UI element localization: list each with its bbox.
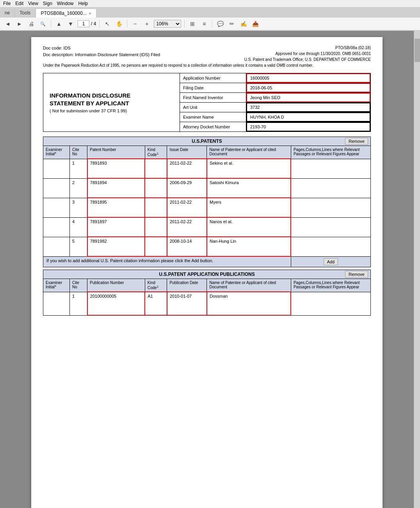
tab-bar: ne Tools PTOSB08a_160000... × <box>0 7 420 18</box>
cite-no-2: 2 <box>70 178 87 198</box>
pub-kind-1: A1 <box>145 292 167 315</box>
filing-date-label: Filing Date <box>180 83 246 92</box>
zoom-out-button[interactable]: − <box>130 19 140 28</box>
examiner-value: HUYNH, KHOA D <box>246 112 370 122</box>
field-row-filing-date: Filing Date 2018-06-05 <box>180 83 370 93</box>
pages-2 <box>291 178 370 198</box>
prev-page-button[interactable]: ▲ <box>54 19 64 28</box>
kind-code-2 <box>145 178 167 198</box>
examiner-label: Examiner Name <box>180 112 246 122</box>
next-page-button[interactable]: ▼ <box>66 19 75 28</box>
menu-sign[interactable]: Sign <box>43 1 52 6</box>
tab-active[interactable]: PTOSB08a_160000... × <box>36 9 96 18</box>
pub-num-1: 20100000005 <box>87 292 145 315</box>
issue-date-2: 2006-09-29 <box>167 178 207 198</box>
separator-5 <box>212 20 212 28</box>
us-patents-header-row: U.S.PATENTS Remove <box>43 137 371 146</box>
patent-num-3: 7891895 <box>87 198 145 217</box>
table-row: 3 7891895 2011-02-22 Myers <box>43 198 371 217</box>
kind-code-3 <box>145 198 167 217</box>
separator-1 <box>51 20 51 28</box>
us-pub-header-row: U.S.PATENT APPLICATION PUBLICATIONS Remo… <box>43 270 371 279</box>
zoom-out-small-button[interactable]: 🔍 <box>38 19 48 28</box>
examiner-initial-2 <box>43 178 70 198</box>
patentee-name-2: Satoshi Kimura <box>207 178 291 198</box>
cite-no-1: 1 <box>70 159 87 178</box>
kind-code-5 <box>145 237 167 256</box>
us-patents-remove-button[interactable]: Remove <box>345 138 368 145</box>
page-input[interactable] <box>78 20 89 27</box>
menu-edit[interactable]: Edit <box>15 1 23 6</box>
issue-date-1: 2011-02-22 <box>167 159 207 178</box>
kind-code-4 <box>145 217 167 237</box>
menu-view[interactable]: View <box>28 1 38 6</box>
art-unit-value: 3732 <box>246 103 370 112</box>
fit-button[interactable]: ⊞ <box>188 19 197 28</box>
page-separator: / 4 <box>91 21 96 27</box>
scroll-button[interactable]: ≡ <box>199 19 209 28</box>
pub-date-1: 2010-01-07 <box>167 292 207 315</box>
share-button[interactable]: 📤 <box>251 19 260 28</box>
tab-tools[interactable]: Tools <box>15 9 36 18</box>
issue-date-3: 2011-02-22 <box>167 198 207 217</box>
dept-text: U.S. Patent and Trademark Office; U.S. D… <box>244 57 371 62</box>
patentee-name-4: Nanos et al. <box>207 217 291 237</box>
pub-col-header-publication: Publication Number <box>87 279 145 292</box>
scrollbar[interactable] <box>414 31 420 508</box>
tab-active-label: PTOSB08a_160000... <box>41 11 86 16</box>
pub-col-header-name: Name of Patentee or Applicant of cited D… <box>207 279 291 292</box>
menu-bar: File Edit View Sign Window Help <box>0 0 420 7</box>
us-pub-remove-button[interactable]: Remove <box>345 271 368 278</box>
menu-file[interactable]: File <box>3 1 11 6</box>
col-header-name: Name of Patentee or Applicant of cited D… <box>207 146 291 159</box>
pages-4 <box>291 217 370 237</box>
examiner-initial-1 <box>43 159 70 178</box>
comment-button[interactable]: 💬 <box>215 19 225 28</box>
print-button[interactable]: 🖨 <box>27 19 36 28</box>
docket-value: 2193-70 <box>246 122 370 131</box>
sign-button[interactable]: ✍ <box>239 19 248 28</box>
pub-col-header-pages: Pages,Columns,Lines where Relevant Passa… <box>291 279 370 292</box>
kind-code-1 <box>145 159 167 178</box>
zoom-select[interactable]: 106% 100% 75% 50% <box>154 20 181 28</box>
pages-3 <box>291 198 370 217</box>
add-note-row: If you wish to add additional U.S. Paten… <box>43 256 371 267</box>
menu-window[interactable]: Window <box>57 1 74 6</box>
col-header-examiner: Examiner Initial* <box>43 146 70 159</box>
issue-date-5: 2008-10-14 <box>167 237 207 256</box>
add-note-text: If you wish to add additional U.S. Paten… <box>46 258 213 263</box>
doc-header: PTO/SB/08a (02-18) Approved for use thro… <box>43 45 371 68</box>
us-patents-add-button[interactable]: Add <box>324 258 338 265</box>
patent-num-4: 7891897 <box>87 217 145 237</box>
tab-close-btn[interactable]: × <box>89 11 91 16</box>
table-row: 2 7891894 2006-09-29 Satoshi Kimura <box>43 178 371 198</box>
form-title-sub: ( Not for submission under 37 CFR 1.99) <box>50 108 173 113</box>
app-num-label: Application Number <box>180 73 246 83</box>
pub-name-1: Dossman <box>207 292 291 315</box>
field-row-inventor: First Named Inventor Jeong Min SEO <box>180 93 370 103</box>
approval-text: Approved for use through 11/30/2020. OMB… <box>244 51 371 57</box>
pub-col-header-examiner: Examiner Initial* <box>43 279 70 292</box>
zoom-in-button[interactable]: + <box>142 19 151 28</box>
us-patents-table: U.S.PATENTS Remove Examiner Initial* Cit… <box>43 137 371 267</box>
examiner-initial-3 <box>43 198 70 217</box>
forward-button[interactable]: ► <box>15 19 24 28</box>
table-row: 1 20100000005 A1 2010-01-07 Dossman <box>43 292 371 315</box>
menu-help[interactable]: Help <box>78 1 88 6</box>
col-header-pages: Pages,Columns,Lines where Relevant Passa… <box>291 146 370 159</box>
cite-no-3: 3 <box>70 198 87 217</box>
patentee-name-3: Myers <box>207 198 291 217</box>
col-header-patent: Patent Number <box>87 146 145 159</box>
field-row-app-num: Application Number 16000005 <box>180 73 370 83</box>
separator-2 <box>99 20 100 28</box>
art-unit-label: Art Unit <box>180 103 246 112</box>
scrollbar-thumb[interactable] <box>415 39 420 62</box>
patentee-name-5: Nan-Hung Lin <box>207 237 291 256</box>
separator-4 <box>184 20 185 28</box>
tab-ne[interactable]: ne <box>0 9 15 18</box>
cursor-tool-button[interactable]: ↖ <box>103 19 112 28</box>
form-title-section: INFORMATION DISCLOSURE STATEMENT BY APPL… <box>43 73 371 132</box>
back-button[interactable]: ◄ <box>3 19 12 28</box>
pen-button[interactable]: ✏ <box>227 19 237 28</box>
hand-tool-button[interactable]: ✋ <box>114 19 124 28</box>
